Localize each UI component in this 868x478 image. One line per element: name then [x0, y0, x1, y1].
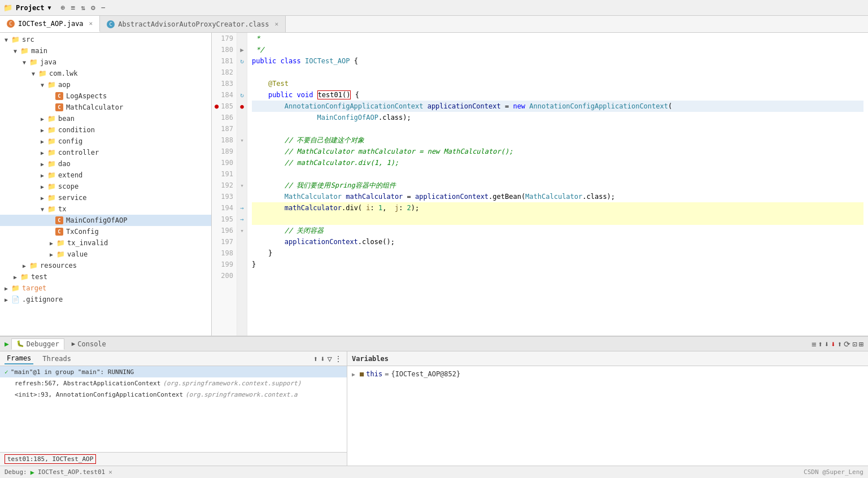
gutter-187	[237, 123, 247, 134]
chevron-down-icon[interactable]: ▼	[48, 5, 51, 11]
tree-item-mainconfigofaop[interactable]: C MainConfigOfAOP	[0, 215, 211, 226]
debug-panel: ▶ 🐛 Debugger ▶ Console ≡ ⬆ ⬇ ⬇ ⬆ ⟳ ⊡ ⊞ F…	[0, 336, 868, 466]
tree-item-gitignore[interactable]: ▶ 📄 .gitignore	[0, 294, 211, 305]
debug-evaluate-icon[interactable]: ⊡	[852, 340, 857, 349]
debug-force-step-into-icon[interactable]: ⬇	[831, 340, 835, 349]
debug-step-out-icon[interactable]: ⬆	[838, 340, 842, 349]
tree-item-scope[interactable]: ▶ 📁 scope	[0, 181, 211, 192]
tree-item-aop[interactable]: ▼ 📁 aop	[0, 79, 211, 90]
tree-label-config: config	[58, 137, 82, 145]
tree-item-dao[interactable]: ▶ 📁 dao	[0, 158, 211, 170]
tree-label-target: target	[22, 284, 46, 292]
tree-item-test[interactable]: ▶ 📁 test	[0, 271, 211, 283]
code-line-182	[252, 67, 863, 78]
debug-rerun-icon[interactable]: ≡	[812, 340, 816, 349]
tree-item-logaspects[interactable]: C LogAspects	[0, 90, 211, 102]
tree-item-condition[interactable]: ▶ 📁 condition	[0, 124, 211, 136]
frames-more-icon[interactable]: ⋮	[334, 354, 342, 363]
frames-up-icon[interactable]: ⬆	[313, 354, 318, 363]
tree-item-txinvalid[interactable]: ▶ 📁 tx_invalid	[0, 237, 211, 249]
tree-arrow-gitignore[interactable]: ▶	[2, 297, 10, 303]
gutter-199	[237, 259, 247, 270]
arrow-icon-194: →	[240, 205, 244, 212]
add-icon[interactable]: ⊕	[59, 2, 67, 13]
tree-arrow-value[interactable]: ▶	[47, 251, 55, 258]
tree-arrow-dao[interactable]: ▶	[38, 161, 46, 167]
frames-tab[interactable]: Frames	[5, 353, 33, 364]
debug-close-icon[interactable]: ✕	[108, 468, 112, 476]
run-icon-181[interactable]: ↻	[240, 58, 244, 65]
tree-arrow-controller[interactable]: ▶	[38, 150, 46, 156]
tree-item-config[interactable]: ▶ 📁 config	[0, 136, 211, 147]
tab-debugger[interactable]: 🐛 Debugger	[11, 338, 64, 350]
var-arrow-this[interactable]: ▶	[352, 371, 355, 377]
tree-arrow-txinvalid[interactable]: ▶	[47, 240, 55, 246]
tab-close-abstract[interactable]: ✕	[275, 20, 279, 28]
tree-item-bean[interactable]: ▶ 📁 bean	[0, 113, 211, 124]
tree-arrow-comlwk[interactable]: ▼	[29, 71, 37, 77]
tree-arrow-service[interactable]: ▶	[38, 195, 46, 201]
tree-arrow-test[interactable]: ▶	[11, 274, 19, 280]
tab-abstract[interactable]: C AbstractAdvisorAutoProxyCreator.class …	[100, 16, 286, 32]
project-icon: 📁	[3, 3, 12, 12]
tree-item-service[interactable]: ▶ 📁 service	[0, 192, 211, 203]
tree-item-comlwk[interactable]: ▼ 📁 com.lwk	[0, 68, 211, 79]
code-line-189: // MathCalculator mathCalculator = new M…	[252, 146, 863, 157]
tab-ioctest[interactable]: C IOCTest_AOP.java ✕	[0, 16, 100, 32]
project-title: Project	[16, 4, 45, 12]
run-icon-184[interactable]: ↻	[240, 92, 244, 99]
threads-tab[interactable]: Threads	[40, 354, 73, 364]
debug-trace-icon[interactable]: ⊞	[859, 340, 863, 349]
minimize-icon[interactable]: −	[99, 2, 107, 13]
gutter-198	[237, 247, 247, 259]
tab-close-ioctest[interactable]: ✕	[89, 20, 93, 27]
debug-step-over-icon[interactable]: ⬆	[818, 340, 822, 349]
tab-console[interactable]: ▶ Console	[67, 338, 111, 350]
fold-icon-196[interactable]: ▾	[240, 227, 244, 234]
tree-item-extend[interactable]: ▶ 📁 extend	[0, 170, 211, 181]
frame-item-main[interactable]: ✓ "main"@1 in group "main": RUNNING	[0, 366, 347, 377]
tree-arrow-src[interactable]: ▼	[2, 37, 10, 43]
tree-arrow-tx[interactable]: ▼	[38, 206, 46, 212]
tree-item-resources[interactable]: ▶ 📁 resources	[0, 260, 211, 271]
run-icon-180[interactable]: ▶	[240, 46, 244, 54]
frame-item-refresh[interactable]: refresh:567, AbstractApplicationContext …	[0, 377, 347, 389]
frame-item-init[interactable]: <init>:93, AnnotationConfigApplicationCo…	[0, 389, 347, 400]
tree-arrow-target[interactable]: ▶	[2, 285, 10, 292]
tree-arrow-java[interactable]: ▼	[20, 59, 28, 66]
tree-arrow-extend[interactable]: ▶	[38, 172, 46, 179]
line-num-185: ●185	[212, 101, 237, 112]
tree-item-src[interactable]: ▼ 📁 src	[0, 34, 211, 45]
line-num-192: 192	[212, 180, 237, 191]
tree-item-main[interactable]: ▼ 📁 main	[0, 45, 211, 57]
fold-icon-188[interactable]: ▾	[240, 137, 244, 144]
tree-arrow-bean[interactable]: ▶	[38, 116, 46, 122]
tree-arrow-config[interactable]: ▶	[38, 138, 46, 145]
tree-item-target[interactable]: ▶ 📁 target	[0, 283, 211, 294]
debug-step-into-icon[interactable]: ⬇	[825, 340, 829, 349]
tree-item-mathcalculator[interactable]: C MathCalculator	[0, 102, 211, 113]
tree-item-value[interactable]: ▶ 📁 value	[0, 249, 211, 260]
gutter-184: ↻	[237, 89, 247, 101]
folder-icon-txinvalid: 📁	[56, 239, 65, 247]
frames-down-icon[interactable]: ⬇	[320, 354, 325, 363]
tree-arrow-condition[interactable]: ▶	[38, 127, 46, 133]
line-num-181: 181	[212, 55, 237, 67]
tree-arrow-resources[interactable]: ▶	[20, 263, 28, 269]
tree-item-controller[interactable]: ▶ 📁 controller	[0, 147, 211, 158]
tree-item-java[interactable]: ▼ 📁 java	[0, 57, 211, 68]
sort-icon[interactable]: ⇅	[79, 2, 87, 13]
fold-icon-192[interactable]: ▾	[240, 182, 244, 189]
tree-arrow-aop[interactable]: ▼	[38, 82, 46, 88]
frames-filter-icon[interactable]: ▽	[328, 354, 332, 363]
var-item-this[interactable]: ▶ ■ this = {IOCTest_AOP@852}	[347, 368, 868, 380]
tree-item-tx[interactable]: ▼ 📁 tx	[0, 203, 211, 215]
tree-arrow-scope[interactable]: ▶	[38, 184, 46, 190]
var-val-this: {IOCTest_AOP@852}	[391, 370, 460, 378]
debug-run-to-cursor-icon[interactable]: ⟳	[844, 340, 850, 349]
tree-item-txconfig[interactable]: C TxConfig	[0, 226, 211, 237]
bp-icon-185[interactable]: ●	[240, 103, 244, 110]
tree-arrow-main[interactable]: ▼	[11, 48, 19, 54]
settings-icon[interactable]: ⚙	[89, 2, 97, 13]
list-icon[interactable]: ≡	[69, 2, 77, 13]
